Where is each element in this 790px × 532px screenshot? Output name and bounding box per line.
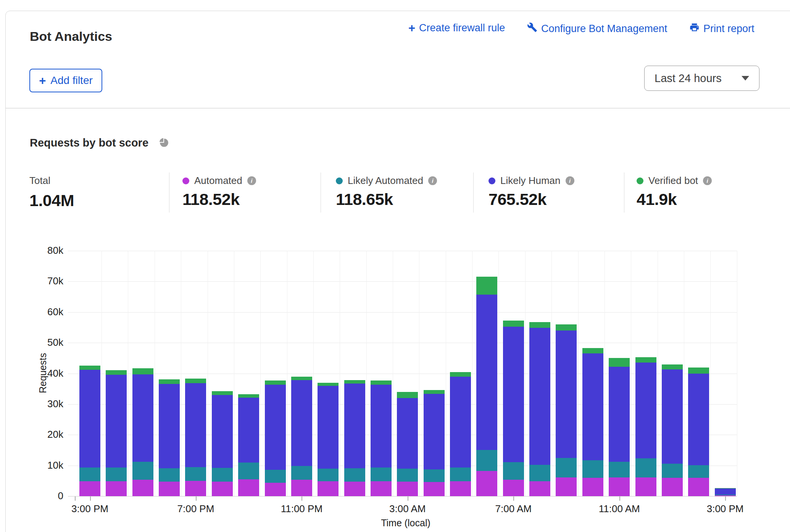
bar-segment-automated: [688, 478, 709, 496]
printer-icon: [689, 22, 700, 35]
bar-segment-verified-bot: [185, 379, 206, 383]
bar-segment-automated: [635, 477, 656, 496]
create-firewall-rule-link[interactable]: + Create firewall rule: [408, 22, 505, 34]
bar-segment-likely-human: [476, 295, 497, 450]
bar-segment-automated: [503, 480, 524, 496]
chart-bar-800am[interactable]: [529, 322, 550, 496]
plus-icon: +: [39, 76, 46, 86]
bar-segment-likely-automated: [371, 468, 392, 481]
bar-segment-likely-automated: [132, 462, 153, 480]
chart-bar-1100am[interactable]: [609, 358, 630, 496]
bar-segment-likely-automated: [265, 470, 286, 483]
chart-bar-400pm[interactable]: [106, 370, 127, 496]
print-report-link[interactable]: Print report: [689, 22, 755, 35]
chart-bar-1000pm[interactable]: [265, 380, 286, 496]
bar-segment-likely-automated: [79, 468, 100, 481]
bar-segment-likely-automated: [503, 462, 524, 480]
chart-bar-800pm[interactable]: [212, 391, 233, 496]
chart-bar-100pm[interactable]: [662, 364, 683, 496]
chart-bar-300pm[interactable]: [79, 366, 100, 496]
stat-separator: [321, 172, 321, 213]
plus-icon: +: [408, 23, 415, 33]
chart-bar-300pm[interactable]: [715, 488, 736, 496]
bar-segment-verified-bot: [609, 358, 630, 367]
stat-likely-human: Likely Human i 765.52k: [489, 175, 574, 209]
bar-segment-likely-human: [715, 488, 736, 495]
stat-total: Total 1.04M: [29, 175, 74, 210]
bar-segment-verified-bot: [688, 368, 709, 374]
info-icon[interactable]: i: [247, 176, 256, 185]
add-filter-label: Add filter: [50, 74, 93, 87]
time-range-dropdown[interactable]: Last 24 hours: [644, 66, 759, 91]
bar-segment-likely-human: [556, 330, 577, 458]
page-title: Bot Analytics: [30, 29, 112, 44]
chart-bar-1200pm[interactable]: [635, 357, 656, 496]
stat-total-label: Total: [29, 175, 74, 187]
bar-segment-automated: [79, 481, 100, 496]
stat-likely-automated-label: Likely Automated: [348, 175, 423, 187]
bar-segment-likely-human: [503, 327, 524, 462]
bar-segment-likely-automated: [344, 468, 365, 482]
bar-segment-verified-bot: [371, 380, 392, 385]
bar-segment-automated: [556, 477, 577, 496]
bar-segment-verified-bot: [159, 379, 180, 384]
bar-segment-verified-bot: [344, 380, 365, 384]
chart-bar-500pm[interactable]: [132, 368, 153, 496]
chart-bar-1100pm[interactable]: [291, 377, 312, 496]
bar-segment-automated: [476, 471, 497, 496]
chart-bar-900am[interactable]: [556, 324, 577, 496]
chart-bar-700am[interactable]: [503, 321, 524, 496]
chart-bar-100am[interactable]: [344, 380, 365, 496]
bar-segment-likely-human: [344, 384, 365, 468]
chart-bar-200am[interactable]: [371, 380, 392, 496]
chart-bar-400am[interactable]: [424, 390, 445, 496]
print-report-label: Print report: [703, 23, 755, 35]
time-range-value: Last 24 hours: [655, 72, 742, 85]
chart-bar-200pm[interactable]: [688, 368, 709, 496]
info-icon[interactable]: i: [566, 176, 574, 185]
chart-bar-900pm[interactable]: [238, 394, 259, 496]
chart-bar-1000am[interactable]: [582, 348, 603, 496]
bar-segment-likely-automated: [450, 468, 471, 481]
wrench-icon: [527, 22, 537, 35]
stat-separator: [169, 172, 169, 213]
bar-segment-automated: [424, 482, 445, 496]
bar-segment-likely-automated: [556, 458, 577, 477]
chart-bar-600am[interactable]: [476, 277, 497, 496]
bar-segment-verified-bot: [529, 322, 550, 327]
bar-segment-automated: [450, 481, 471, 496]
stat-likely-human-value: 765.52k: [489, 190, 574, 209]
chart-bar-600pm[interactable]: [159, 379, 180, 496]
bar-segment-verified-bot: [635, 357, 656, 363]
bar-segment-verified-bot: [662, 364, 683, 369]
bar-segment-likely-automated: [159, 468, 180, 482]
stat-verified-bot-value: 41.9k: [637, 190, 712, 209]
bar-segment-automated: [344, 482, 365, 496]
bar-segment-likely-automated: [662, 464, 683, 478]
bar-segment-likely-automated: [635, 458, 656, 477]
bar-segment-verified-bot: [212, 391, 233, 395]
info-icon[interactable]: i: [428, 176, 437, 185]
bar-segment-verified-bot: [106, 370, 127, 375]
bar-segment-verified-bot: [318, 383, 339, 385]
info-icon[interactable]: i: [703, 176, 712, 185]
bar-segment-verified-bot: [582, 348, 603, 353]
bar-segment-automated: [212, 482, 233, 496]
bar-segment-likely-human: [397, 398, 418, 469]
add-filter-button[interactable]: + Add filter: [29, 69, 102, 92]
bar-segment-likely-automated: [715, 495, 736, 495]
bar-segment-likely-human: [318, 386, 339, 469]
bar-segment-likely-human: [424, 394, 445, 469]
section-title: Requests by bot score: [30, 137, 148, 149]
chart-bar-500am[interactable]: [450, 372, 471, 496]
chart-bar-1200am[interactable]: [318, 383, 339, 496]
configure-bot-management-link[interactable]: Configure Bot Management: [527, 22, 667, 35]
chart-bar-700pm[interactable]: [185, 379, 206, 496]
likely-automated-legend-dot: [336, 177, 343, 184]
bar-segment-automated: [715, 495, 736, 496]
chart-bar-300am[interactable]: [397, 392, 418, 496]
chevron-down-icon: [742, 76, 749, 81]
bar-segment-likely-automated: [529, 465, 550, 481]
bar-segment-verified-bot: [265, 380, 286, 385]
bar-segment-automated: [159, 482, 180, 496]
